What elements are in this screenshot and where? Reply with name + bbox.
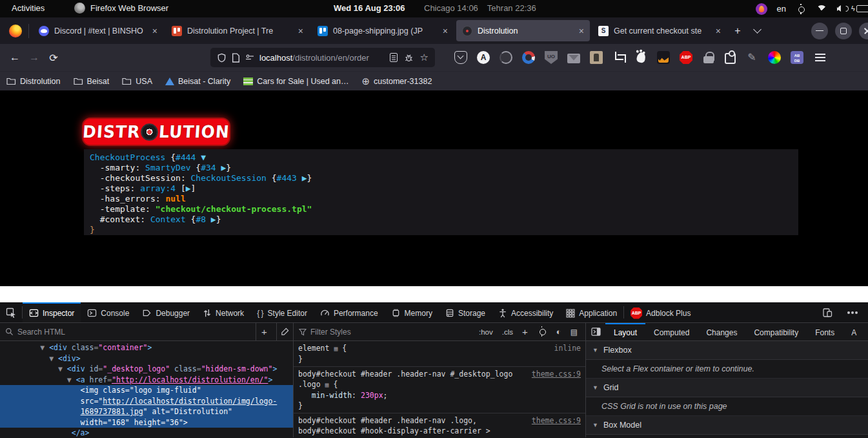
html-tree[interactable]: ▼ <div class="container"> ▼ <div> ▼ <div… [0, 341, 294, 437]
lock-icon[interactable] [703, 51, 714, 64]
menu-hamburger-icon[interactable] [815, 57, 825, 58]
keyboard-layout-indicator[interactable]: en [777, 4, 786, 14]
flexbox-section-header[interactable]: ▼ Flexbox [586, 341, 868, 360]
devtools-tab-accessibility[interactable]: Accessibility [492, 302, 560, 322]
grid-section-header[interactable]: ▼ Grid [586, 379, 868, 397]
css-rule-header-nav-logo[interactable]: theme.css:9body#checkout #header .header… [294, 413, 585, 437]
focused-app-indicator[interactable]: Firefox Web Browser [74, 3, 168, 14]
clearurls-icon[interactable] [500, 51, 512, 64]
list-all-tabs-icon[interactable] [747, 21, 767, 41]
bookmark-cars-for-sale[interactable]: Cars for Sale | Used an… [243, 77, 348, 86]
tab-close-icon[interactable] [579, 26, 584, 36]
recorder-indicator-icon[interactable] [756, 3, 767, 15]
maximize-button[interactable] [835, 23, 852, 39]
css-rule-element[interactable]: inlineelement ▦ {} [294, 341, 585, 367]
account-a-icon[interactable]: A [477, 51, 490, 64]
forward-button[interactable]: → [25, 48, 44, 67]
tab-close-icon[interactable] [443, 26, 448, 36]
sidebar-tab-fonts[interactable]: Fonts [807, 323, 843, 340]
print-simulation-icon[interactable] [567, 328, 581, 337]
dark-scheme-icon[interactable] [552, 327, 565, 337]
tampermonkey-cat-icon[interactable] [657, 51, 670, 64]
url-bar[interactable]: localhost/distrolution/en/order ☆ [210, 48, 435, 67]
devtools-tab-console[interactable]: Console [81, 302, 136, 322]
url-text[interactable]: localhost/distrolution/en/order [259, 53, 369, 63]
bookmark-folder-beisat[interactable]: Beisat [74, 77, 110, 86]
sidebar-tab-layout[interactable]: Layout [605, 323, 645, 340]
bug-icon[interactable] [404, 53, 414, 63]
activities-button[interactable]: Activities [12, 3, 45, 13]
class-panel-button[interactable]: .cls [498, 328, 517, 336]
volume-icon[interactable] [837, 5, 847, 13]
brightness-icon[interactable] [796, 4, 806, 14]
tab-close-icon[interactable] [716, 26, 721, 36]
css-rules-panel[interactable]: inlineelement ▦ {} theme.css:9body#check… [294, 341, 586, 437]
minimize-button[interactable] [811, 23, 828, 39]
proxy-pie-icon[interactable] [522, 51, 535, 64]
sidebar-collapse-icon[interactable] [586, 323, 605, 340]
devtools-tab-inspector[interactable]: Inspector [23, 302, 81, 322]
filter-styles-input[interactable] [310, 328, 471, 337]
pick-element-icon[interactable] [0, 302, 22, 322]
system-tray[interactable]: en ϟ [756, 0, 868, 17]
tab-checkout-step[interactable]: S Get current checkout ste [592, 20, 727, 41]
sidebar-tab-compatibility[interactable]: Compatibility [745, 323, 807, 340]
bookmark-star-icon[interactable]: ☆ [420, 52, 429, 63]
gnome-foot-icon[interactable] [636, 52, 646, 63]
devtools-tab-network[interactable]: Network [196, 302, 250, 322]
devtools-tab-memory[interactable]: Memory [385, 302, 439, 322]
puzzle-extension-icon[interactable] [725, 53, 736, 64]
sidebar-tab-changes[interactable]: Changes [698, 323, 745, 340]
css-rule-desktop-logo[interactable]: theme.css:9body#checkout #header .header… [294, 367, 585, 413]
devtools-tab-adblock-plus[interactable]: ABP Adblock Plus [624, 302, 697, 322]
uo-shield-icon[interactable]: UO [545, 51, 558, 64]
search-html-input[interactable] [17, 328, 252, 337]
devtools-meatball-menu-icon[interactable] [841, 311, 863, 314]
responsive-design-mode-icon[interactable] [816, 308, 838, 318]
bookmark-folder-usa[interactable]: USA [122, 77, 152, 86]
window-controls[interactable] [811, 23, 868, 39]
devtools-tab-performance[interactable]: Performance [314, 302, 385, 322]
box-model-section-header[interactable]: ▼ Box Model [586, 416, 868, 435]
devtools-tab-application[interactable]: Application [560, 302, 623, 322]
tab-shipping-image[interactable]: 08-page-shipping.jpg (JP [312, 20, 454, 41]
reader-mode-icon[interactable] [390, 53, 398, 62]
sidebar-tab-computed[interactable]: Computed [645, 323, 698, 340]
add-node-button[interactable] [256, 323, 272, 340]
devtools-tab-storage[interactable]: Storage [439, 302, 492, 322]
sidebar-tab-animations-cut[interactable]: A [843, 323, 865, 340]
adblock-plus-icon[interactable]: ABP [680, 51, 692, 64]
wifi-icon[interactable] [816, 5, 827, 14]
reload-button[interactable]: ⟳ [44, 48, 63, 67]
bookmark-folder-distrolution[interactable]: Distrolution [6, 77, 61, 86]
devtools-tab-style-editor[interactable]: { } Style Editor [250, 302, 314, 322]
tab-close-icon[interactable] [152, 26, 157, 36]
color-wheel-icon[interactable] [768, 51, 781, 64]
permissions-icon[interactable] [245, 54, 254, 61]
tab-distrolution-active[interactable]: Distrolution [456, 20, 590, 41]
system-clock[interactable]: Wed 16 Aug 23:06 [334, 3, 405, 13]
mail-icon[interactable] [567, 54, 580, 63]
image-tile-icon[interactable] [590, 51, 603, 64]
pseudo-class-button[interactable]: :hov [475, 328, 497, 336]
page-info-icon[interactable] [232, 53, 240, 63]
pocket-icon[interactable] [454, 51, 467, 64]
bookmark-beisat-clarity[interactable]: Beisat - Clarity [165, 77, 230, 86]
add-rule-button[interactable] [518, 326, 532, 337]
bookmark-customer[interactable]: ⊕ customer-31382 [361, 76, 432, 86]
distrolution-logo[interactable]: DISTR LUTION [82, 118, 230, 146]
battery-icon[interactable]: ϟ [856, 5, 868, 12]
back-button[interactable]: ← [5, 48, 25, 67]
new-tab-button[interactable]: + [728, 21, 747, 41]
abdb-icon[interactable]: ABDB [791, 51, 803, 64]
light-scheme-icon[interactable] [533, 326, 551, 338]
var-dump-output[interactable]: CheckoutProcess {#444 ▼ -smarty: SmartyD… [84, 149, 798, 235]
tab-discord[interactable]: Discord | #text | BINSHO [33, 20, 163, 41]
tab-close-icon[interactable] [298, 26, 303, 36]
close-button[interactable] [859, 23, 868, 39]
crop-tool-icon[interactable] [612, 51, 625, 64]
shield-icon[interactable] [217, 53, 227, 63]
pen-icon[interactable]: ✎ [745, 51, 758, 64]
tab-distrolution-project[interactable]: Distrolution Project | Tre [166, 20, 309, 41]
eyedropper-icon[interactable] [276, 323, 293, 340]
